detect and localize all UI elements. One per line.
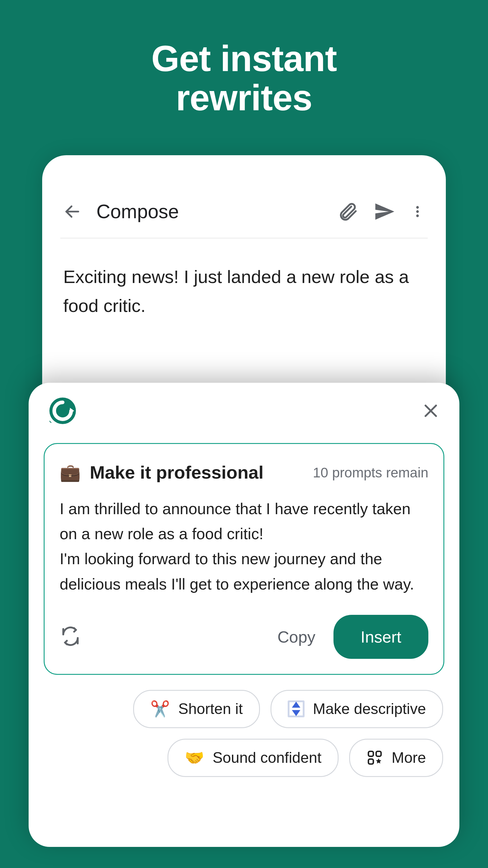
grammarly-logo-icon <box>48 396 78 427</box>
result-paragraph-2: I'm looking forward to this new journey … <box>60 547 428 596</box>
prompts-remaining: 10 prompts remain <box>313 464 429 481</box>
compose-body-text[interactable]: Exciting news! I just landed a new role … <box>60 239 428 320</box>
rewrite-mode-title: Make it professional <box>90 462 264 483</box>
chip-more[interactable]: More <box>349 739 443 777</box>
chip-confident-label: Sound confident <box>213 749 321 767</box>
chip-descriptive-label: Make descriptive <box>313 700 426 718</box>
rewrite-result-card: 💼 Make it professional 10 prompts remain… <box>44 443 444 675</box>
copy-button[interactable]: Copy <box>278 627 315 646</box>
back-icon[interactable] <box>63 203 82 221</box>
svg-rect-10 <box>368 759 373 764</box>
compose-header: Compose <box>60 200 428 239</box>
insert-button[interactable]: Insert <box>333 615 428 659</box>
suggestion-chips: ✂️ Shorten it Make descriptive 🤝 Sound c… <box>44 690 444 777</box>
result-actions: Copy Insert <box>60 615 428 659</box>
rewrite-panel-header <box>44 396 444 427</box>
overflow-icon[interactable] <box>410 203 425 221</box>
send-icon[interactable] <box>373 201 395 222</box>
handshake-icon: 🤝 <box>185 749 204 767</box>
chip-shorten[interactable]: ✂️ Shorten it <box>133 690 260 728</box>
expand-arrows-icon <box>288 701 304 717</box>
chip-sound-confident[interactable]: 🤝 Sound confident <box>167 739 338 777</box>
headline-line-2: rewrites <box>0 79 488 118</box>
chip-shorten-label: Shorten it <box>178 700 243 718</box>
result-paragraph-1: I am thrilled to announce that I have re… <box>60 496 428 547</box>
svg-rect-8 <box>368 751 373 756</box>
svg-point-3 <box>416 215 419 217</box>
rewrite-result-text: I am thrilled to announce that I have re… <box>60 496 428 597</box>
scissors-icon: ✂️ <box>150 700 170 718</box>
result-header: 💼 Make it professional 10 prompts remain <box>60 462 428 483</box>
briefcase-icon: 💼 <box>60 463 81 483</box>
attach-icon[interactable] <box>337 201 358 222</box>
chip-make-descriptive[interactable]: Make descriptive <box>270 690 443 728</box>
marketing-headline: Get instant rewrites <box>0 0 488 117</box>
grid-more-icon <box>366 749 383 766</box>
svg-point-2 <box>416 210 419 213</box>
close-icon[interactable] <box>422 402 440 421</box>
refresh-icon[interactable] <box>60 625 82 648</box>
compose-title: Compose <box>96 200 322 223</box>
svg-point-1 <box>416 206 419 209</box>
headline-line-1: Get instant <box>0 39 488 79</box>
svg-rect-9 <box>376 751 381 756</box>
chip-more-label: More <box>392 749 426 767</box>
rewrite-panel: 💼 Make it professional 10 prompts remain… <box>29 383 459 847</box>
